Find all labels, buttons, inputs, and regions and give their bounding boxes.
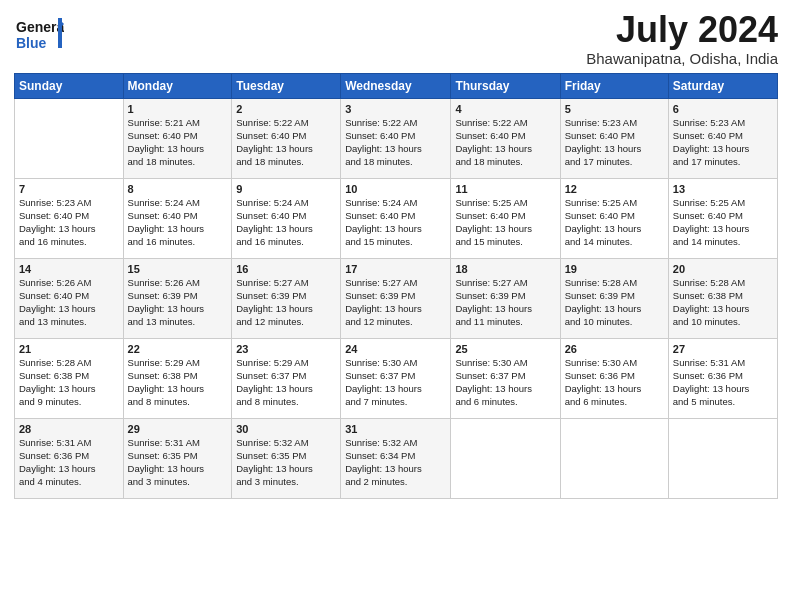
day-number: 19 (565, 262, 664, 277)
svg-text:General: General (16, 19, 64, 35)
cell-1-0: 7Sunrise: 5:23 AMSunset: 6:40 PMDaylight… (15, 178, 124, 258)
cell-line-1: Sunset: 6:39 PM (128, 290, 228, 303)
cell-line-0: Sunrise: 5:32 AM (236, 437, 336, 450)
cell-line-3: and 8 minutes. (128, 396, 228, 409)
cell-line-3: and 9 minutes. (19, 396, 119, 409)
cell-line-1: Sunset: 6:40 PM (236, 210, 336, 223)
cell-line-3: and 7 minutes. (345, 396, 446, 409)
day-number: 20 (673, 262, 773, 277)
title-block: July 2024 Bhawanipatna, Odisha, India (586, 10, 778, 67)
cell-line-3: and 15 minutes. (455, 236, 555, 249)
day-number: 2 (236, 102, 336, 117)
cell-line-0: Sunrise: 5:28 AM (19, 357, 119, 370)
cell-line-3: and 2 minutes. (345, 476, 446, 489)
day-number: 5 (565, 102, 664, 117)
cell-line-2: Daylight: 13 hours (455, 143, 555, 156)
cell-line-2: Daylight: 13 hours (128, 223, 228, 236)
cell-line-2: Daylight: 13 hours (128, 383, 228, 396)
cell-0-3: 3Sunrise: 5:22 AMSunset: 6:40 PMDaylight… (341, 98, 451, 178)
cell-line-1: Sunset: 6:37 PM (455, 370, 555, 383)
page-container: General Blue July 2024 Bhawanipatna, Odi… (0, 0, 792, 509)
cell-line-2: Daylight: 13 hours (565, 143, 664, 156)
cell-line-3: and 6 minutes. (455, 396, 555, 409)
cell-line-3: and 10 minutes. (565, 316, 664, 329)
cell-line-0: Sunrise: 5:32 AM (345, 437, 446, 450)
logo-icon: General Blue (14, 10, 64, 58)
header-sunday: Sunday (15, 73, 124, 98)
cell-line-1: Sunset: 6:39 PM (455, 290, 555, 303)
cell-0-1: 1Sunrise: 5:21 AMSunset: 6:40 PMDaylight… (123, 98, 232, 178)
header-saturday: Saturday (668, 73, 777, 98)
cell-line-0: Sunrise: 5:27 AM (345, 277, 446, 290)
cell-3-2: 23Sunrise: 5:29 AMSunset: 6:37 PMDayligh… (232, 338, 341, 418)
cell-line-1: Sunset: 6:40 PM (19, 290, 119, 303)
cell-line-0: Sunrise: 5:30 AM (455, 357, 555, 370)
cell-line-3: and 3 minutes. (236, 476, 336, 489)
day-number: 17 (345, 262, 446, 277)
cell-line-3: and 3 minutes. (128, 476, 228, 489)
cell-line-3: and 14 minutes. (673, 236, 773, 249)
cell-line-2: Daylight: 13 hours (19, 383, 119, 396)
cell-line-2: Daylight: 13 hours (455, 303, 555, 316)
cell-line-1: Sunset: 6:40 PM (128, 130, 228, 143)
cell-2-4: 18Sunrise: 5:27 AMSunset: 6:39 PMDayligh… (451, 258, 560, 338)
cell-1-1: 8Sunrise: 5:24 AMSunset: 6:40 PMDaylight… (123, 178, 232, 258)
cell-2-5: 19Sunrise: 5:28 AMSunset: 6:39 PMDayligh… (560, 258, 668, 338)
cell-line-3: and 10 minutes. (673, 316, 773, 329)
cell-line-1: Sunset: 6:39 PM (345, 290, 446, 303)
cell-line-3: and 12 minutes. (345, 316, 446, 329)
cell-line-0: Sunrise: 5:24 AM (345, 197, 446, 210)
cell-line-3: and 15 minutes. (345, 236, 446, 249)
cell-line-3: and 17 minutes. (673, 156, 773, 169)
cell-line-1: Sunset: 6:40 PM (565, 130, 664, 143)
month-title: July 2024 (586, 10, 778, 50)
cell-line-2: Daylight: 13 hours (236, 143, 336, 156)
cell-line-1: Sunset: 6:36 PM (19, 450, 119, 463)
day-number: 6 (673, 102, 773, 117)
cell-line-1: Sunset: 6:34 PM (345, 450, 446, 463)
cell-line-0: Sunrise: 5:21 AM (128, 117, 228, 130)
svg-rect-3 (58, 18, 62, 48)
cell-line-1: Sunset: 6:38 PM (673, 290, 773, 303)
cell-0-4: 4Sunrise: 5:22 AMSunset: 6:40 PMDaylight… (451, 98, 560, 178)
cell-2-3: 17Sunrise: 5:27 AMSunset: 6:39 PMDayligh… (341, 258, 451, 338)
cell-line-3: and 16 minutes. (19, 236, 119, 249)
day-number: 25 (455, 342, 555, 357)
cell-line-2: Daylight: 13 hours (345, 303, 446, 316)
cell-4-2: 30Sunrise: 5:32 AMSunset: 6:35 PMDayligh… (232, 418, 341, 498)
header-thursday: Thursday (451, 73, 560, 98)
cell-line-3: and 11 minutes. (455, 316, 555, 329)
cell-line-0: Sunrise: 5:29 AM (128, 357, 228, 370)
cell-line-2: Daylight: 13 hours (19, 223, 119, 236)
cell-1-4: 11Sunrise: 5:25 AMSunset: 6:40 PMDayligh… (451, 178, 560, 258)
cell-line-0: Sunrise: 5:25 AM (455, 197, 555, 210)
cell-2-6: 20Sunrise: 5:28 AMSunset: 6:38 PMDayligh… (668, 258, 777, 338)
cell-line-3: and 18 minutes. (345, 156, 446, 169)
cell-line-3: and 17 minutes. (565, 156, 664, 169)
week-row-5: 28Sunrise: 5:31 AMSunset: 6:36 PMDayligh… (15, 418, 778, 498)
logo: General Blue (14, 10, 64, 62)
cell-line-3: and 18 minutes. (455, 156, 555, 169)
day-number: 29 (128, 422, 228, 437)
cell-line-0: Sunrise: 5:30 AM (565, 357, 664, 370)
cell-line-0: Sunrise: 5:26 AM (19, 277, 119, 290)
cell-line-2: Daylight: 13 hours (673, 223, 773, 236)
cell-line-3: and 16 minutes. (236, 236, 336, 249)
week-row-4: 21Sunrise: 5:28 AMSunset: 6:38 PMDayligh… (15, 338, 778, 418)
header-monday: Monday (123, 73, 232, 98)
cell-line-2: Daylight: 13 hours (345, 223, 446, 236)
cell-line-0: Sunrise: 5:25 AM (565, 197, 664, 210)
cell-3-6: 27Sunrise: 5:31 AMSunset: 6:36 PMDayligh… (668, 338, 777, 418)
cell-line-0: Sunrise: 5:28 AM (673, 277, 773, 290)
day-number: 7 (19, 182, 119, 197)
day-number: 15 (128, 262, 228, 277)
cell-line-1: Sunset: 6:40 PM (455, 130, 555, 143)
cell-line-2: Daylight: 13 hours (128, 463, 228, 476)
day-number: 23 (236, 342, 336, 357)
cell-3-4: 25Sunrise: 5:30 AMSunset: 6:37 PMDayligh… (451, 338, 560, 418)
cell-4-6 (668, 418, 777, 498)
cell-4-4 (451, 418, 560, 498)
cell-line-3: and 14 minutes. (565, 236, 664, 249)
day-number: 27 (673, 342, 773, 357)
cell-line-0: Sunrise: 5:31 AM (128, 437, 228, 450)
